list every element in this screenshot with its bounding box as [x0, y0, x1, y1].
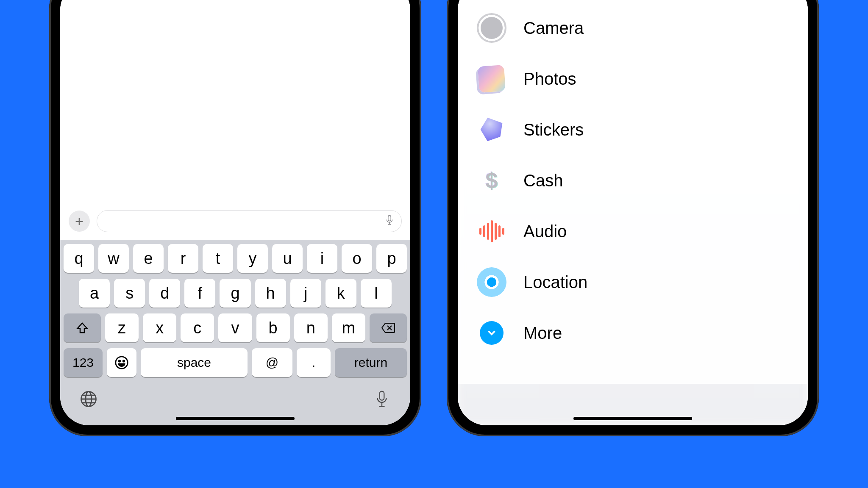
- menu-item-audio[interactable]: Audio: [477, 206, 808, 257]
- key-x[interactable]: x: [143, 313, 176, 342]
- key-m[interactable]: m: [332, 313, 365, 342]
- home-indicator[interactable]: [573, 417, 692, 420]
- key-backspace[interactable]: [370, 313, 407, 342]
- message-input-bar: +: [60, 204, 410, 240]
- menu-item-photos[interactable]: Photos: [477, 53, 808, 104]
- keyboard-row-2: a s d f g h j k l: [64, 279, 407, 308]
- chat-area: [60, 0, 410, 204]
- photos-icon: [477, 64, 506, 94]
- key-j[interactable]: j: [290, 279, 321, 308]
- svg-rect-11: [380, 391, 384, 400]
- keyboard-row-4: 123 space @ . return: [64, 348, 407, 377]
- menu-label: Photos: [523, 69, 576, 89]
- key-emoji[interactable]: [107, 348, 136, 377]
- keyboard-row-1: q w e r t y u i o p: [64, 244, 407, 273]
- key-i[interactable]: i: [307, 244, 337, 273]
- key-t[interactable]: t: [203, 244, 233, 273]
- globe-icon[interactable]: [80, 390, 97, 410]
- key-shift[interactable]: [64, 313, 101, 342]
- svg-point-7: [123, 360, 124, 362]
- key-at[interactable]: @: [252, 348, 292, 377]
- menu-item-stickers[interactable]: Stickers: [477, 104, 808, 155]
- key-space[interactable]: space: [141, 348, 248, 377]
- phone-left: + q w e r t y u: [49, 0, 421, 436]
- key-o[interactable]: o: [342, 244, 372, 273]
- svg-point-6: [119, 360, 120, 362]
- more-icon: [477, 318, 506, 348]
- key-d[interactable]: d: [149, 279, 180, 308]
- cash-icon: $: [477, 166, 506, 195]
- menu-item-camera[interactable]: Camera: [477, 3, 808, 53]
- keyboard-row-3: z x c v b n m: [64, 313, 407, 342]
- menu-item-cash[interactable]: $ Cash: [477, 155, 808, 206]
- dictate-icon[interactable]: [385, 215, 394, 227]
- key-u[interactable]: u: [272, 244, 303, 273]
- key-f[interactable]: f: [184, 279, 215, 308]
- location-icon: [477, 267, 506, 297]
- key-h[interactable]: h: [255, 279, 286, 308]
- key-p[interactable]: p: [376, 244, 407, 273]
- menu-label: Stickers: [523, 120, 584, 139]
- stickers-icon: [477, 115, 506, 144]
- svg-point-5: [116, 357, 128, 369]
- attach-plus-button[interactable]: +: [69, 211, 90, 232]
- phone-right: Camera Photos Stickers $ Cash: [447, 0, 819, 436]
- key-b[interactable]: b: [256, 313, 290, 342]
- menu-label: Cash: [523, 171, 563, 190]
- key-v[interactable]: v: [218, 313, 252, 342]
- key-a[interactable]: a: [79, 279, 110, 308]
- svg-rect-0: [388, 216, 391, 221]
- key-n[interactable]: n: [294, 313, 328, 342]
- menu-label: Camera: [523, 19, 584, 38]
- mic-icon[interactable]: [373, 390, 391, 410]
- key-r[interactable]: r: [168, 244, 198, 273]
- key-l[interactable]: l: [361, 279, 392, 308]
- menu-item-more[interactable]: More: [477, 308, 808, 358]
- menu-item-location[interactable]: Location: [477, 257, 808, 308]
- attachment-menu: Camera Photos Stickers $ Cash: [458, 0, 808, 384]
- key-123[interactable]: 123: [64, 348, 103, 377]
- key-return[interactable]: return: [335, 348, 407, 377]
- menu-label: Audio: [523, 222, 567, 241]
- home-indicator[interactable]: [176, 417, 295, 420]
- key-dot[interactable]: .: [297, 348, 331, 377]
- audio-icon: [477, 216, 506, 246]
- key-y[interactable]: y: [237, 244, 268, 273]
- key-c[interactable]: c: [181, 313, 214, 342]
- key-g[interactable]: g: [220, 279, 250, 308]
- key-q[interactable]: q: [64, 244, 94, 273]
- key-z[interactable]: z: [105, 313, 139, 342]
- key-k[interactable]: k: [326, 279, 356, 308]
- menu-label: Location: [523, 273, 587, 292]
- key-s[interactable]: s: [114, 279, 145, 308]
- message-input[interactable]: [97, 210, 402, 232]
- keyboard: q w e r t y u i o p a s d f g h j k l: [60, 240, 410, 425]
- camera-icon: [477, 13, 506, 43]
- key-w[interactable]: w: [98, 244, 129, 273]
- menu-label: More: [523, 324, 562, 343]
- key-e[interactable]: e: [133, 244, 164, 273]
